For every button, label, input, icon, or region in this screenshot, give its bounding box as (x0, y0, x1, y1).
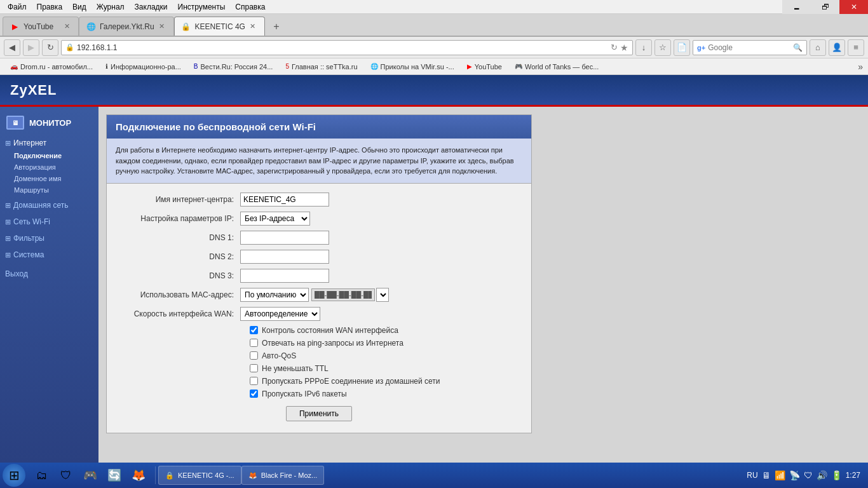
taskbar-app-files[interactable]: 🗂 (31, 464, 53, 486)
pppoe-checkbox[interactable] (250, 377, 258, 385)
restore-button[interactable]: 🗗 (811, 0, 839, 14)
menu-view[interactable]: Вид (67, 1, 92, 13)
user-icon[interactable]: 👤 (829, 39, 845, 56)
taskbar-window-firefox[interactable]: 🦊 Black Fire - Moz... (241, 466, 325, 485)
bookmark-youtube-label: YouTube (475, 63, 502, 71)
sidebar-domain[interactable]: Доменное имя (0, 173, 98, 184)
sidebar-connection[interactable]: Подключение (0, 150, 98, 161)
sidebar-section-wifi: ⊞ Сеть Wi-Fi (0, 215, 98, 229)
monitor-button[interactable]: 🖥 МОНИТОР (0, 112, 98, 133)
bookmark-settka[interactable]: 5 Главная :: seTTka.ru (280, 62, 362, 72)
bookmark-vesti[interactable]: B Вести.Ru: Россия 24... (189, 62, 278, 72)
tab-keenetic[interactable]: 🔒 KEENETIC 4G ✕ (174, 17, 265, 36)
auto-qos-checkbox[interactable] (250, 351, 258, 360)
wan-status-checkbox[interactable] (250, 326, 258, 334)
bookmark-settka-label: Главная :: seTTka.ru (292, 63, 358, 71)
internet-expand-icon: ⊞ (5, 139, 11, 147)
tab-youtube-label: YouTube (24, 22, 59, 31)
sidebar-filters-header[interactable]: ⊞ Фильтры (0, 231, 98, 245)
apply-button[interactable]: Применить (286, 406, 352, 421)
bookmark-wot[interactable]: 🎮 World of Tanks — бес... (510, 62, 604, 72)
bookmark-info[interactable]: ℹ Информационно-ра... (100, 62, 186, 72)
search-logo: g+ (697, 44, 705, 51)
dns3-input[interactable] (240, 269, 329, 283)
search-input[interactable] (708, 43, 793, 52)
sidebar-homenet-header[interactable]: ⊞ Домашняя сеть (0, 198, 98, 212)
mac-input[interactable] (311, 288, 375, 301)
router-sidebar: 🖥 МОНИТОР ⊞ Интернет Подключение Авториз… (0, 107, 98, 463)
bookmark-wot-icon: 🎮 (515, 63, 522, 70)
refresh-button[interactable]: ↻ (42, 39, 58, 56)
dns2-input[interactable] (240, 250, 329, 264)
forward-button[interactable]: ▶ (23, 39, 39, 56)
checkbox-row-0: Контроль состояния WAN интерфейса (113, 326, 525, 335)
url-refresh-icon[interactable]: ↻ (611, 43, 618, 52)
ping-response-checkbox[interactable] (250, 339, 258, 347)
minimize-button[interactable]: 🗕 (782, 0, 811, 14)
form-row-mac: Использовать МАС-адрес: По умолчанию (113, 288, 525, 302)
sidebar-section-internet: ⊞ Интернет Подключение Авторизация Домен… (0, 136, 98, 196)
form-row-dns2: DNS 2: (113, 250, 525, 264)
mac-action-select[interactable] (376, 288, 389, 302)
ipv6-checkbox[interactable] (250, 390, 258, 398)
sidebar-internet-header[interactable]: ⊞ Интернет (0, 136, 98, 150)
menu-tools[interactable]: Инструменты (173, 1, 231, 13)
taskbar: ⊞ 🗂 🛡 🎮 🔄 🦊 🔒 KEENETIC 4G -... 🦊 Black F… (0, 463, 868, 488)
taskbar-app-firefox[interactable]: 🦊 (127, 464, 150, 486)
url-display[interactable]: 192.168.1.1 (77, 43, 611, 52)
tab-gallery[interactable]: 🌐 Галереи.Ykt.Ru ✕ (79, 17, 174, 36)
router-header: ZyXEL (0, 75, 868, 107)
back-button[interactable]: ◀ (4, 39, 20, 56)
name-label: Имя интернет-центра: (113, 195, 240, 204)
bookmark-drom[interactable]: 🚗 Drom.ru - автомобил... (5, 62, 98, 72)
mac-select[interactable]: По умолчанию (240, 288, 309, 302)
dns1-input[interactable] (240, 231, 329, 245)
bookmark-info-label: Информационно-ра... (111, 63, 181, 71)
bookmark-wot-label: World of Tanks — бес... (525, 63, 599, 71)
bookmarks-more-button[interactable]: » (858, 62, 863, 72)
search-icon[interactable]: 🔍 (793, 43, 803, 52)
taskbar-app-refresh[interactable]: 🔄 (103, 464, 126, 486)
tab-youtube[interactable]: ▶ YouTube ✕ (3, 17, 79, 36)
bookmark-vmir[interactable]: 🌐 Приколы на VMir.su -... (365, 62, 459, 72)
bookmark-youtube[interactable]: ▶ YouTube (462, 62, 507, 72)
taskbar-app-game[interactable]: 🎮 (79, 464, 102, 486)
tab-youtube-close[interactable]: ✕ (62, 22, 72, 32)
tabs-bar: ▶ YouTube ✕ 🌐 Галереи.Ykt.Ru ✕ 🔒 KEENETI… (0, 14, 868, 37)
reader-button[interactable]: 📄 (674, 39, 690, 56)
bookmark-info-icon: ℹ (105, 63, 108, 70)
sidebar-routes[interactable]: Маршруты (0, 184, 98, 196)
systray-volume-icon[interactable]: 🔊 (817, 470, 827, 480)
bookmark-star-icon[interactable]: ★ (620, 43, 628, 53)
systray-lang[interactable]: RU (747, 471, 757, 480)
bookmark-vesti-icon: B (194, 63, 198, 70)
wan-select[interactable]: Автоопределение 10 Mбит/с 100 Mбит/с (240, 307, 320, 321)
start-button[interactable]: ⊞ (3, 464, 25, 487)
exit-link[interactable]: Выход (5, 269, 28, 278)
tab-gallery-close[interactable]: ✕ (157, 22, 167, 32)
taskbar-window-keenetic[interactable]: 🔒 KEENETIC 4G -... (158, 466, 241, 485)
close-button[interactable]: ✕ (839, 0, 868, 14)
sidebar-auth[interactable]: Авторизация (0, 161, 98, 173)
monitor-icon: 🖥 (6, 116, 24, 130)
sidebar-wifi-header[interactable]: ⊞ Сеть Wi-Fi (0, 215, 98, 229)
menu-button[interactable]: ≡ (848, 39, 864, 56)
home-button[interactable]: ⌂ (810, 39, 826, 56)
ip-select[interactable]: Без IP-адреса Автоматически Вручную (240, 212, 310, 226)
name-input[interactable] (240, 193, 329, 207)
sidebar-system-header[interactable]: ⊞ Система (0, 248, 98, 262)
download-button[interactable]: ↓ (635, 39, 652, 56)
menu-help[interactable]: Справка (230, 1, 270, 13)
form-panel-description: Для работы в Интернете необходимо назнач… (107, 139, 531, 184)
sidebar-homenet-label: Домашняя сеть (13, 201, 68, 210)
url-lock-icon: 🔒 (65, 43, 74, 51)
menu-file[interactable]: Файл (3, 1, 32, 13)
menu-edit[interactable]: Правка (32, 1, 68, 13)
ttl-checkbox[interactable] (250, 364, 258, 372)
menu-journal[interactable]: Журнал (92, 1, 130, 13)
bookmark-add-button[interactable]: ☆ (654, 39, 671, 56)
new-tab-button[interactable]: + (268, 18, 285, 36)
taskbar-app-shield[interactable]: 🛡 (55, 464, 78, 486)
tab-keenetic-close[interactable]: ✕ (248, 22, 258, 32)
menu-bookmarks[interactable]: Закладки (130, 1, 173, 13)
